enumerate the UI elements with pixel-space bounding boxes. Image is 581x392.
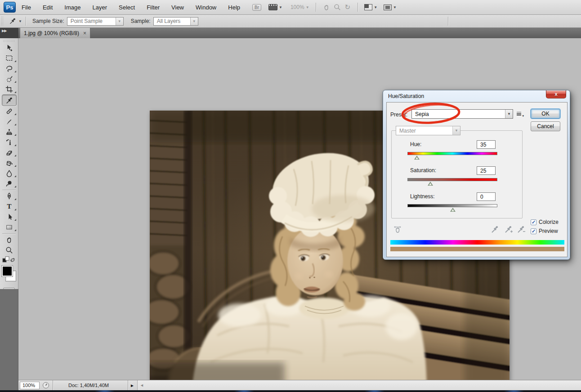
hue-slider-track[interactable] xyxy=(407,152,497,155)
hand-tool-icon[interactable] xyxy=(322,3,331,11)
tool-hand[interactable] xyxy=(0,235,18,245)
saturation-slider-thumb[interactable] xyxy=(428,182,433,186)
chevron-down-icon: ▼ xyxy=(279,5,282,9)
divider xyxy=(128,380,128,391)
current-tool-button[interactable]: ▼ xyxy=(9,17,22,25)
sample-label: Sample: xyxy=(131,18,151,24)
status-flyout-icon[interactable]: ► xyxy=(130,383,134,388)
document-size-info: Doc: 1,40M/1,40M xyxy=(53,383,124,388)
divider xyxy=(448,17,448,26)
tool-eyedropper[interactable] xyxy=(2,94,17,106)
menu-filter[interactable]: Filter xyxy=(141,0,165,15)
launch-bridge-button[interactable]: Br xyxy=(252,4,261,11)
dialog-close-button[interactable]: x xyxy=(546,90,566,98)
sample-select[interactable]: All Layers ▼ xyxy=(153,17,198,26)
channel-value: Master xyxy=(399,128,416,134)
chevron-down-icon: ▼ xyxy=(192,19,196,23)
tool-blur[interactable] xyxy=(0,168,18,178)
tool-history-brush[interactable] xyxy=(0,137,18,147)
tool-options-bar: ▼ Sample Size: Point Sample ▼ Sample: Al… xyxy=(0,15,581,28)
tool-crop[interactable] xyxy=(0,84,18,94)
lightness-input[interactable] xyxy=(477,192,496,201)
timer-icon xyxy=(43,382,49,388)
menu-help[interactable]: Help xyxy=(222,0,246,15)
hue-spectrum-bar xyxy=(390,240,564,245)
tool-lasso[interactable] xyxy=(0,63,18,74)
collapse-panels-icon[interactable]: ▶▶ xyxy=(0,28,18,38)
lightness-slider-track[interactable] xyxy=(407,204,497,207)
eyedropper-icon xyxy=(9,17,17,25)
preview-checkbox[interactable]: ✓ xyxy=(531,228,536,234)
colorize-checkbox-row: ✓ Colorize xyxy=(531,219,559,225)
horizontal-scrollbar[interactable]: ◄ xyxy=(137,380,581,391)
drag-grip[interactable] xyxy=(1,16,4,26)
saturation-slider-track[interactable] xyxy=(407,178,497,181)
lightness-slider-thumb[interactable] xyxy=(450,208,456,212)
preview-checkbox-row: ✓ Preview xyxy=(531,228,558,234)
lightness-label: Lightness: xyxy=(410,193,435,200)
swap-colors-icon[interactable] xyxy=(2,256,16,263)
drag-grip[interactable] xyxy=(3,40,15,42)
scroll-left-icon[interactable]: ◄ xyxy=(140,383,144,388)
divider xyxy=(358,3,358,12)
view-extras-button[interactable]: ▼ xyxy=(268,4,282,10)
menu-file[interactable]: File xyxy=(16,0,37,15)
rotate-view-icon[interactable]: ↻ xyxy=(345,3,351,11)
photoshop-logo[interactable]: Ps xyxy=(4,2,16,13)
divider xyxy=(26,17,26,26)
zoom-level-value: 100% xyxy=(290,4,304,10)
tool-spot-healing[interactable] xyxy=(0,106,18,116)
colorize-label: Colorize xyxy=(539,219,559,225)
document-tab[interactable]: 1.jpg @ 100% (RGB/8) × xyxy=(20,28,90,38)
saturation-input[interactable] xyxy=(477,166,496,175)
tool-path-selection[interactable] xyxy=(0,212,18,222)
foreground-color-swatch[interactable] xyxy=(1,265,13,277)
tool-burn[interactable] xyxy=(0,178,18,189)
tool-eraser[interactable] xyxy=(0,147,18,158)
colorized-result-bar xyxy=(390,247,564,251)
colorize-checkbox[interactable]: ✓ xyxy=(531,219,536,225)
menu-select[interactable]: Select xyxy=(113,0,141,15)
saturation-label: Saturation: xyxy=(410,167,436,174)
chevron-down-icon: ▼ xyxy=(306,5,309,9)
document-tab-bar: ▶▶ 1.jpg @ 100% (RGB/8) × xyxy=(0,28,581,38)
chevron-down-icon: ▼ xyxy=(507,112,511,116)
hue-slider-thumb[interactable] xyxy=(414,156,420,160)
tool-rectangle-shape[interactable] xyxy=(0,222,18,232)
zoom-level-control[interactable]: 100% ▼ xyxy=(290,4,309,10)
arrange-documents-button[interactable]: ▼ xyxy=(364,4,377,10)
chevron-down-icon: ▼ xyxy=(118,19,121,23)
tool-rectangular-marquee[interactable] xyxy=(0,53,18,63)
sample-size-select[interactable]: Point Sample ▼ xyxy=(67,17,124,26)
channel-select-disabled: Master ▼ xyxy=(396,126,460,135)
tool-quick-selection[interactable] xyxy=(0,74,18,84)
menu-view[interactable]: View xyxy=(165,0,190,15)
menu-image[interactable]: Image xyxy=(58,0,86,15)
screen-mode-button[interactable]: ▼ xyxy=(384,4,397,10)
color-swatch-area xyxy=(0,255,18,287)
tool-move[interactable] xyxy=(0,43,18,53)
tool-clone-stamp[interactable] xyxy=(0,127,18,137)
eyedropper-sample-icon xyxy=(490,225,500,234)
screen-mode-icon xyxy=(384,4,392,10)
tool-pen[interactable] xyxy=(0,191,18,201)
menu-window[interactable]: Window xyxy=(190,0,222,15)
extras-icon xyxy=(268,4,277,10)
panel-background xyxy=(0,289,18,392)
tool-paint-bucket[interactable] xyxy=(0,158,18,168)
hue-label: Hue: xyxy=(410,141,421,147)
preset-select[interactable]: Sepia ▼ xyxy=(411,109,513,119)
preset-options-menu-icon[interactable]: ▾ xyxy=(516,111,524,118)
tool-type[interactable]: T xyxy=(0,201,18,212)
zoom-tool-icon[interactable] xyxy=(333,3,341,11)
menu-edit[interactable]: Edit xyxy=(37,0,58,15)
status-zoom-input[interactable]: 100% xyxy=(20,382,40,389)
sample-size-value: Point Sample xyxy=(71,18,103,24)
close-tab-icon[interactable]: × xyxy=(83,31,86,36)
cancel-button[interactable]: Cancel xyxy=(531,121,560,131)
menu-layer[interactable]: Layer xyxy=(87,0,113,15)
tool-brush[interactable] xyxy=(0,116,18,127)
ok-button[interactable]: OK xyxy=(531,109,560,119)
tool-zoom[interactable] xyxy=(0,245,18,255)
hue-input[interactable] xyxy=(477,140,496,149)
